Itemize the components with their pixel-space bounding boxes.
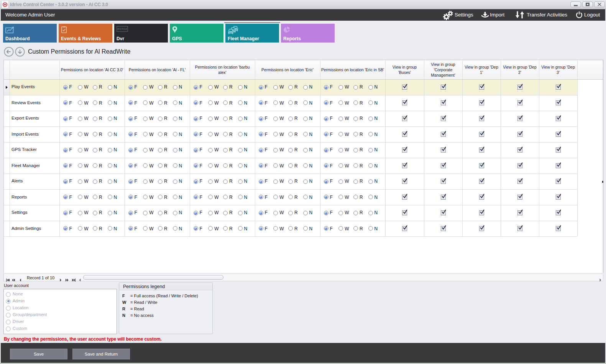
- svg-text:MERGE: MERGE: [117, 28, 127, 30]
